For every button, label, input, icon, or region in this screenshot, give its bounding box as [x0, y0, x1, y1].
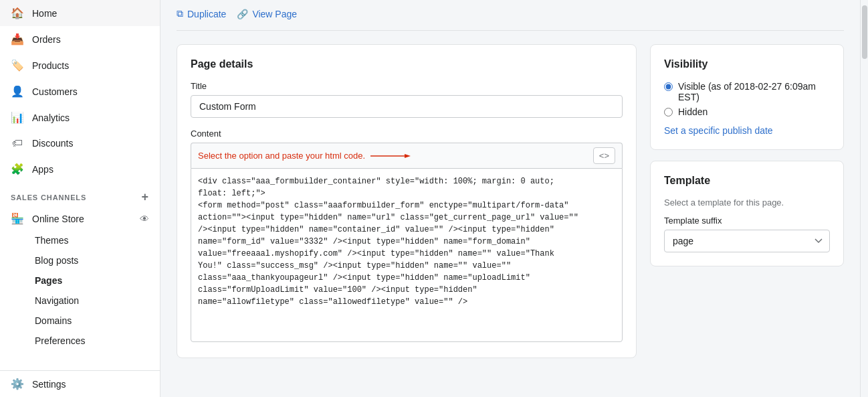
sidebar-sub-item-themes[interactable]: Themes: [0, 230, 160, 250]
set-specific-publish-link[interactable]: Set a specific publish date: [664, 125, 773, 136]
template-suffix-select[interactable]: pagecustomcontactfaq: [664, 230, 830, 252]
visible-label: Visible (as of 2018-02-27 6:09am EST): [678, 81, 830, 102]
template-suffix-label: Template suffix: [664, 216, 830, 226]
publish-date-section: Set a specific publish date: [664, 125, 830, 136]
visibility-title: Visibility: [664, 58, 830, 70]
svg-marker-1: [405, 154, 411, 158]
sub-item-label: Blog posts: [35, 255, 78, 266]
sidebar-item-label: Products: [32, 60, 69, 71]
sidebar-item-analytics[interactable]: 📊Analytics: [0, 104, 160, 131]
code-editor[interactable]: <div class="aaa_formbuilder_container" s…: [191, 168, 623, 342]
customers-icon: 👤: [11, 85, 24, 98]
sidebar-item-label: Customers: [32, 86, 78, 97]
sidebar-item-label: Discounts: [32, 138, 73, 149]
sidebar-item-apps[interactable]: 🧩Apps: [0, 156, 160, 182]
publish-link-suffix: publish date: [720, 125, 772, 136]
sub-item-label: Domains: [35, 315, 72, 326]
sales-channels-text: SALES CHANNELS: [11, 193, 86, 202]
title-input[interactable]: [191, 95, 623, 118]
sidebar-item-label: Apps: [32, 164, 53, 175]
online-store-label: Online Store: [32, 214, 84, 224]
sidebar-item-products[interactable]: 🏷️Products: [0, 52, 160, 78]
hidden-radio[interactable]: [664, 108, 673, 116]
editor-hint-text: Select the option and paste your html co…: [198, 151, 365, 161]
hidden-label: Hidden: [678, 106, 708, 117]
main-content: ⧉ Duplicate 🔗 View Page Page details Tit…: [160, 0, 860, 397]
title-label: Title: [191, 81, 623, 91]
sidebar-sub-item-pages[interactable]: Pages: [0, 270, 160, 291]
sidebar: 🏠Home📥Orders🏷️Products👤Customers📊Analyti…: [0, 0, 160, 397]
publish-link-text: Set a specific: [664, 125, 720, 136]
sidebar-sub-item-navigation[interactable]: Navigation: [0, 291, 160, 311]
apps-icon: 🧩: [11, 163, 24, 175]
sidebar-item-customers[interactable]: 👤Customers: [0, 78, 160, 104]
settings-label: Settings: [32, 379, 66, 390]
visibility-radio-group: Visible (as of 2018-02-27 6:09am EST) Hi…: [664, 81, 830, 117]
content-section: Content Select the option and paste your…: [191, 129, 623, 344]
visibility-card: Visibility Visible (as of 2018-02-27 6:0…: [650, 44, 844, 150]
template-title: Template: [664, 175, 830, 187]
scrollbar-thumb: [862, 5, 867, 59]
sidebar-item-discounts[interactable]: 🏷Discounts: [0, 131, 160, 156]
editor-hint: Select the option and paste your html co…: [198, 151, 411, 161]
page-details-title: Page details: [191, 58, 623, 70]
template-description: Select a template for this page.: [664, 197, 830, 208]
sidebar-item-label: Home: [32, 8, 57, 19]
online-store-item[interactable]: 🏪 Online Store 👁: [0, 207, 160, 230]
orders-icon: 📥: [11, 33, 24, 46]
sub-item-label: Navigation: [35, 295, 79, 306]
sidebar-item-orders[interactable]: 📥Orders: [0, 26, 160, 52]
duplicate-button[interactable]: ⧉ Duplicate: [177, 8, 226, 19]
top-bar: ⧉ Duplicate 🔗 View Page: [177, 0, 844, 31]
eye-icon[interactable]: 👁: [140, 214, 149, 224]
home-icon: 🏠: [11, 7, 24, 19]
duplicate-icon: ⧉: [177, 8, 183, 19]
sub-item-label: Themes: [35, 235, 69, 246]
settings-section: ⚙️ Settings: [0, 370, 160, 397]
content-row: Page details Title Content Select the op…: [177, 44, 844, 358]
right-sidebar: Visibility Visible (as of 2018-02-27 6:0…: [650, 44, 844, 266]
sidebar-item-home[interactable]: 🏠Home: [0, 0, 160, 26]
code-view-button[interactable]: <>: [593, 147, 615, 164]
view-page-button[interactable]: 🔗 View Page: [237, 9, 297, 19]
duplicate-label: Duplicate: [187, 9, 226, 19]
sidebar-item-label: Analytics: [32, 112, 70, 123]
add-sales-channel-button[interactable]: +: [142, 190, 149, 204]
editor-toolbar: Select the option and paste your html co…: [191, 143, 623, 168]
sidebar-sub-item-blog-posts[interactable]: Blog posts: [0, 250, 160, 270]
template-card: Template Select a template for this page…: [650, 161, 844, 266]
settings-item[interactable]: ⚙️ Settings: [0, 371, 160, 397]
content-label: Content: [191, 129, 623, 139]
visible-radio[interactable]: [664, 82, 673, 91]
page-scrollbar[interactable]: [860, 0, 868, 397]
hidden-radio-item: Hidden: [664, 106, 830, 117]
page-details-card: Page details Title Content Select the op…: [177, 44, 637, 358]
visible-radio-item: Visible (as of 2018-02-27 6:09am EST): [664, 81, 830, 102]
analytics-icon: 📊: [11, 111, 24, 124]
view-page-icon: 🔗: [237, 9, 248, 19]
sub-item-label: Preferences: [35, 335, 85, 346]
view-page-label: View Page: [252, 9, 297, 19]
settings-icon: ⚙️: [11, 378, 24, 390]
products-icon: 🏷️: [11, 59, 24, 72]
sidebar-item-label: Orders: [32, 34, 61, 45]
store-icon: 🏪: [11, 212, 24, 225]
sub-item-label: Pages: [35, 275, 62, 286]
arrow-right-icon: [370, 151, 411, 161]
discounts-icon: 🏷: [11, 137, 24, 149]
sidebar-sub-item-preferences[interactable]: Preferences: [0, 331, 160, 351]
sidebar-sub-item-domains[interactable]: Domains: [0, 311, 160, 331]
sales-channels-label: SALES CHANNELS +: [0, 182, 160, 207]
